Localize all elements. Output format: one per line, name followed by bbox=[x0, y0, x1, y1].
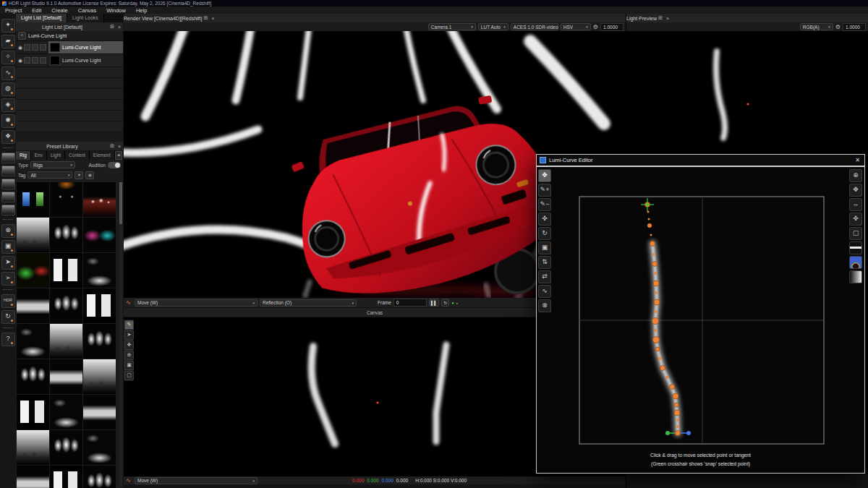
zoom-tool-icon[interactable]: ⊕ bbox=[849, 169, 862, 182]
curve-point[interactable] bbox=[673, 393, 678, 399]
audition-toggle[interactable] bbox=[108, 162, 121, 168]
curve-point[interactable] bbox=[647, 211, 650, 213]
curve-point[interactable] bbox=[674, 410, 680, 416]
preset-thumbnail[interactable] bbox=[17, 253, 49, 288]
layout-preview-button-4[interactable] bbox=[1, 192, 15, 202]
light-row-content[interactable]: Lumi-Curve Light bbox=[48, 41, 123, 53]
dialog-titlebar[interactable]: Lumi-Curve Editor ✕ bbox=[537, 155, 864, 167]
hdr-display-button[interactable]: HDR bbox=[1, 294, 15, 308]
preset-thumbnail[interactable] bbox=[50, 288, 82, 323]
spread-points-tool-icon[interactable]: ↔ bbox=[849, 198, 862, 211]
layout-preview-button-3[interactable] bbox=[1, 179, 15, 189]
curve-point[interactable] bbox=[648, 218, 650, 221]
preset-tab-light[interactable]: Light bbox=[47, 151, 65, 160]
rotate-curve-tool-icon[interactable]: ↻ bbox=[538, 227, 551, 240]
scrim-light-tool-icon[interactable]: ✧ bbox=[1, 51, 15, 64]
menu-help[interactable]: Help bbox=[131, 7, 152, 14]
pan-tool-icon[interactable]: ✥ bbox=[124, 341, 134, 350]
profile-gradient-button[interactable] bbox=[849, 270, 862, 283]
preset-scrollbar[interactable] bbox=[119, 182, 122, 487]
preset-thumbnail[interactable] bbox=[50, 218, 82, 252]
fit-view-tool-icon[interactable]: ▢ bbox=[849, 227, 862, 240]
preset-thumbnail[interactable] bbox=[83, 430, 116, 465]
light-toggle-icon[interactable] bbox=[32, 44, 38, 51]
menu-create[interactable]: Create bbox=[46, 7, 73, 14]
move-all-points-tool-icon[interactable]: ✜ bbox=[538, 213, 551, 226]
preset-thumbnail[interactable] bbox=[50, 182, 82, 217]
light-row-content[interactable]: Lumi-Curve Light bbox=[48, 54, 123, 67]
colorspace-dropdown[interactable]: ACES 1.0 SDR-video ▾ bbox=[511, 23, 558, 30]
tangent-handle-in[interactable] bbox=[665, 431, 670, 435]
dialog-close-icon[interactable]: ✕ bbox=[854, 157, 861, 163]
preset-tab-content[interactable]: Content bbox=[65, 151, 90, 160]
curve-point[interactable] bbox=[654, 272, 657, 275]
move-tool-dropdown[interactable]: Move (W) ▾ bbox=[135, 299, 258, 307]
preset-thumbnail[interactable] bbox=[83, 324, 116, 359]
curve-point[interactable] bbox=[670, 385, 675, 390]
channel-dropdown[interactable]: HSV ▾ bbox=[561, 23, 591, 30]
zoom-tool-icon[interactable]: ⊕ bbox=[124, 351, 134, 360]
dock-icon[interactable]: ⊞ bbox=[109, 143, 116, 149]
preset-thumbnail[interactable] bbox=[83, 253, 116, 288]
canvas-move-tool-dropdown[interactable]: Move (W) ▾ bbox=[135, 477, 258, 484]
profile-rgb-curves-button[interactable] bbox=[849, 256, 862, 269]
gradient-light-tool-icon[interactable]: ◈ bbox=[1, 98, 15, 112]
preset-thumbnail[interactable] bbox=[83, 288, 116, 323]
preset-tab-rig[interactable]: Rig bbox=[16, 151, 31, 160]
curve-point[interactable] bbox=[655, 310, 658, 313]
close-icon[interactable]: × bbox=[116, 144, 123, 149]
tab-light-list[interactable]: Light List [Default] bbox=[16, 14, 67, 22]
light-toggle-icon[interactable] bbox=[40, 57, 46, 64]
preset-tab-element[interactable]: Element bbox=[90, 151, 115, 160]
dome-light-tool-icon[interactable]: ◍ bbox=[1, 82, 15, 96]
duplicate-curve-tool-icon[interactable]: ▣ bbox=[538, 241, 551, 254]
curve-point[interactable] bbox=[653, 281, 659, 286]
frame-canvas-icon[interactable]: ▣ bbox=[1, 240, 15, 254]
add-point-tool-icon[interactable]: ✎+ bbox=[538, 184, 551, 197]
light-toggle-icon[interactable] bbox=[40, 44, 46, 51]
preset-thumbnail[interactable] bbox=[50, 466, 82, 488]
pan-tool-icon[interactable]: ✥ bbox=[849, 184, 862, 197]
gear-icon[interactable]: ⚙ bbox=[835, 24, 841, 30]
type-dropdown[interactable]: Rigs ▾ bbox=[30, 161, 75, 168]
frame-region-tool-icon[interactable]: ▣ bbox=[124, 361, 134, 370]
deselect-lights-icon[interactable]: ⊗ bbox=[1, 224, 15, 238]
close-icon[interactable]: × bbox=[116, 25, 123, 30]
curve-point[interactable] bbox=[650, 241, 655, 247]
preset-thumbnail[interactable] bbox=[83, 395, 116, 429]
area-light-tool-icon[interactable]: ▰ bbox=[1, 35, 15, 48]
spotlight-tool-icon[interactable]: ✦ bbox=[1, 19, 15, 33]
profile-flat-button[interactable] bbox=[849, 241, 862, 254]
paint-select-tool-icon[interactable]: ✎ bbox=[124, 320, 134, 330]
close-icon[interactable]: × bbox=[209, 16, 216, 21]
light-enable-icon[interactable]: ◉ bbox=[18, 45, 22, 51]
preset-thumbnail[interactable] bbox=[50, 430, 82, 465]
status-caret-icon[interactable]: ▸ bbox=[456, 301, 459, 305]
curve-point[interactable] bbox=[655, 291, 658, 294]
cursor-tool-icon[interactable]: ➤ bbox=[124, 330, 134, 340]
curve-point[interactable] bbox=[652, 253, 655, 256]
menu-project[interactable]: Project bbox=[0, 7, 27, 14]
visibility-filter-icon[interactable]: ◉ bbox=[85, 171, 94, 179]
fit-view-tool-icon[interactable]: ▢ bbox=[124, 371, 134, 380]
light-toggle-icon[interactable] bbox=[32, 57, 38, 64]
preview-exposure-field[interactable]: 1.0000 bbox=[843, 23, 866, 31]
drag-cursor-icon[interactable]: ➢ bbox=[1, 272, 15, 286]
collapse-group-button[interactable]: ‹ bbox=[18, 32, 26, 40]
pause-button[interactable]: ▌▌ bbox=[429, 299, 440, 307]
preset-thumbnail[interactable] bbox=[83, 182, 116, 217]
tangent-handle-out[interactable] bbox=[686, 431, 691, 435]
selected-light-handle[interactable] bbox=[746, 103, 749, 105]
window-titlebar[interactable]: HDR Light Studio 9.1.0 Automotive Licens… bbox=[0, 0, 868, 7]
sphere-light-tool-icon[interactable]: ✺ bbox=[1, 114, 15, 128]
preset-thumbnail[interactable] bbox=[50, 253, 82, 288]
curve-point[interactable] bbox=[652, 262, 658, 267]
preset-tab-env[interactable]: Env bbox=[31, 151, 47, 160]
preset-thumbnail[interactable] bbox=[17, 430, 49, 465]
tag-dropdown[interactable]: All ▾ bbox=[27, 171, 72, 179]
dock-icon[interactable]: ⊞ bbox=[657, 15, 664, 21]
preset-thumbnail[interactable] bbox=[17, 466, 49, 488]
curve-point[interactable] bbox=[654, 299, 660, 305]
preset-thumbnail[interactable] bbox=[50, 359, 82, 394]
preset-thumbnail[interactable] bbox=[50, 324, 82, 359]
